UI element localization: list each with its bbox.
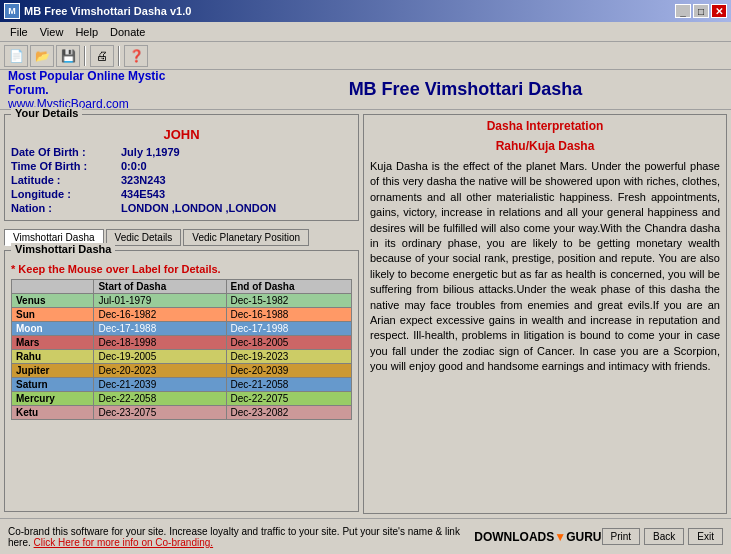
title-bar: M MB Free Vimshottari Dasha v1.0 _ □ ✕: [0, 0, 731, 22]
dob-row: Date Of Birth : July 1,1979: [11, 146, 352, 158]
planet-cell: Sun: [12, 308, 94, 322]
downloads-logo: DOWNLOADS▼GURU: [474, 530, 601, 544]
table-row[interactable]: JupiterDec-20-2023Dec-20-2039: [12, 364, 352, 378]
banner-left: Most Popular Online Mystic Forum. www.My…: [8, 69, 208, 111]
vimshottari-legend: Vimshottari Dasha: [11, 243, 115, 255]
dasha-name: Rahu/Kuja Dasha: [370, 139, 720, 153]
downloads-text: DOWNLOADS▼GURU: [474, 530, 601, 544]
planet-cell: Jupiter: [12, 364, 94, 378]
end-date-cell: Dec-19-2023: [226, 350, 351, 364]
right-panel: Dasha Interpretation Rahu/Kuja Dasha Kuj…: [363, 114, 727, 514]
new-button[interactable]: 📄: [4, 45, 28, 67]
menu-help[interactable]: Help: [69, 24, 104, 40]
table-row[interactable]: MarsDec-18-1998Dec-18-2005: [12, 336, 352, 350]
nation-label: Nation :: [11, 202, 121, 214]
start-date-cell: Dec-21-2039: [94, 378, 226, 392]
window-title: MB Free Vimshottari Dasha v1.0: [24, 5, 191, 17]
cobrand-link[interactable]: Click Here for more info on Co-branding.: [34, 537, 214, 548]
your-details-box: Your Details JOHN Date Of Birth : July 1…: [4, 114, 359, 221]
toolbar-separator: [84, 46, 86, 66]
dasha-interp-text: Kuja Dasha is the effect of the planet M…: [370, 159, 720, 374]
app-icon: M: [4, 3, 20, 19]
end-date-cell: Dec-23-2082: [226, 406, 351, 420]
nation-row: Nation : LONDON ,LONDON ,LONDON: [11, 202, 352, 214]
start-date-cell: Dec-20-2023: [94, 364, 226, 378]
banner-title: MB Free Vimshottari Dasha: [208, 79, 723, 100]
tob-row: Time Of Birth : 0:0:0: [11, 160, 352, 172]
bottom-buttons[interactable]: Print Back Exit: [602, 528, 723, 545]
vimshottari-box: Vimshottari Dasha * Keep the Mouse over …: [4, 250, 359, 512]
dob-label: Date Of Birth :: [11, 146, 121, 158]
main-content: Your Details JOHN Date Of Birth : July 1…: [0, 110, 731, 518]
dob-value: July 1,1979: [121, 146, 180, 158]
planet-cell: Mercury: [12, 392, 94, 406]
start-date-cell: Dec-22-2058: [94, 392, 226, 406]
toolbar: 📄 📂 💾 🖨 ❓: [0, 42, 731, 70]
help-button[interactable]: ❓: [124, 45, 148, 67]
table-row[interactable]: SaturnDec-21-2039Dec-21-2058: [12, 378, 352, 392]
planet-cell: Saturn: [12, 378, 94, 392]
back-button[interactable]: Back: [644, 528, 684, 545]
start-date-cell: Jul-01-1979: [94, 294, 226, 308]
exit-button[interactable]: Exit: [688, 528, 723, 545]
table-row[interactable]: MoonDec-17-1988Dec-17-1998: [12, 322, 352, 336]
planet-cell: Moon: [12, 322, 94, 336]
tob-value: 0:0:0: [121, 160, 147, 172]
end-date-cell: Dec-22-2075: [226, 392, 351, 406]
start-date-cell: Dec-23-2075: [94, 406, 226, 420]
table-row[interactable]: KetuDec-23-2075Dec-23-2082: [12, 406, 352, 420]
start-date-cell: Dec-16-1982: [94, 308, 226, 322]
lat-label: Latitude :: [11, 174, 121, 186]
planet-cell: Venus: [12, 294, 94, 308]
end-date-cell: Dec-18-2005: [226, 336, 351, 350]
top-banner: Most Popular Online Mystic Forum. www.My…: [0, 70, 731, 110]
menu-donate[interactable]: Donate: [104, 24, 151, 40]
open-button[interactable]: 📂: [30, 45, 54, 67]
start-date-cell: Dec-18-1998: [94, 336, 226, 350]
menu-view[interactable]: View: [34, 24, 70, 40]
banner-line1: Most Popular Online Mystic Forum.: [8, 69, 208, 97]
table-row[interactable]: MercuryDec-22-2058Dec-22-2075: [12, 392, 352, 406]
bottom-text: Co-brand this software for your site. In…: [8, 526, 474, 548]
close-button[interactable]: ✕: [711, 4, 727, 18]
end-date-cell: Dec-16-1988: [226, 308, 351, 322]
print-bottom-button[interactable]: Print: [602, 528, 641, 545]
toolbar-separator-2: [118, 46, 120, 66]
minimize-button[interactable]: _: [675, 4, 691, 18]
table-row[interactable]: VenusJul-01-1979Dec-15-1982: [12, 294, 352, 308]
end-date-cell: Dec-20-2039: [226, 364, 351, 378]
lat-row: Latitude : 323N243: [11, 174, 352, 186]
tab-vedic-planetary[interactable]: Vedic Planetary Position: [183, 229, 309, 246]
dasha-interp-section-title: Dasha Interpretation: [370, 119, 720, 133]
left-panel: Your Details JOHN Date Of Birth : July 1…: [4, 114, 359, 514]
tab-vedic-details[interactable]: Vedic Details: [106, 229, 182, 246]
bottom-bar: Co-brand this software for your site. In…: [0, 518, 731, 554]
end-date-cell: Dec-15-1982: [226, 294, 351, 308]
hint-bold: Label for Details.: [129, 263, 221, 275]
nation-value: LONDON ,LONDON ,LONDON: [121, 202, 276, 214]
planet-cell: Mars: [12, 336, 94, 350]
title-bar-left: M MB Free Vimshottari Dasha v1.0: [4, 3, 191, 19]
planet-cell: Rahu: [12, 350, 94, 364]
end-date-cell: Dec-17-1998: [226, 322, 351, 336]
title-bar-buttons[interactable]: _ □ ✕: [675, 4, 727, 18]
maximize-button[interactable]: □: [693, 4, 709, 18]
print-button[interactable]: 🖨: [90, 45, 114, 67]
hint-prefix: * Keep the Mouse over: [11, 263, 129, 275]
planet-cell: Ketu: [12, 406, 94, 420]
lat-value: 323N243: [121, 174, 166, 186]
dasha-table: Start of Dasha End of Dasha VenusJul-01-…: [11, 279, 352, 420]
person-name: JOHN: [11, 127, 352, 142]
start-date-cell: Dec-17-1988: [94, 322, 226, 336]
vimshottari-hint: * Keep the Mouse over Label for Details.: [11, 263, 352, 275]
your-details-legend: Your Details: [11, 107, 82, 119]
lon-row: Longitude : 434E543: [11, 188, 352, 200]
lon-value: 434E543: [121, 188, 165, 200]
tob-label: Time Of Birth :: [11, 160, 121, 172]
table-row[interactable]: RahuDec-19-2005Dec-19-2023: [12, 350, 352, 364]
end-date-cell: Dec-21-2058: [226, 378, 351, 392]
lon-label: Longitude :: [11, 188, 121, 200]
save-button[interactable]: 💾: [56, 45, 80, 67]
table-row[interactable]: SunDec-16-1982Dec-16-1988: [12, 308, 352, 322]
menu-file[interactable]: File: [4, 24, 34, 40]
